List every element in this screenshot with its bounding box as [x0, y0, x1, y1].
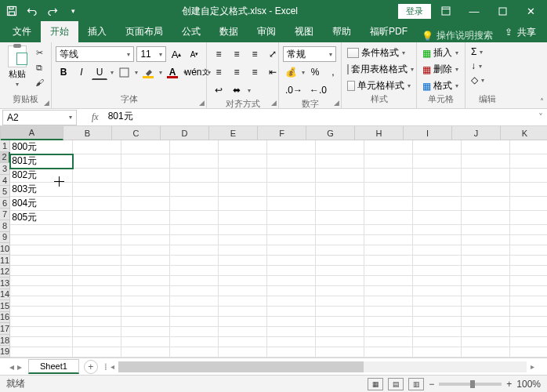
row-header[interactable]: 1: [0, 140, 10, 152]
scroll-thumb[interactable]: [118, 361, 364, 372]
cell[interactable]: [121, 276, 170, 286]
cell[interactable]: [510, 183, 547, 197]
cell[interactable]: [267, 225, 316, 235]
cell[interactable]: [364, 245, 413, 256]
cell[interactable]: [364, 266, 413, 276]
cell[interactable]: [364, 317, 413, 327]
zoom-level[interactable]: 100%: [516, 379, 541, 390]
cell[interactable]: [10, 307, 73, 317]
cell[interactable]: [219, 154, 267, 169]
column-header[interactable]: D: [161, 126, 209, 140]
cell[interactable]: [10, 235, 73, 245]
cell[interactable]: [219, 183, 267, 197]
increase-font-icon[interactable]: A▴: [168, 46, 184, 62]
horizontal-scrollbar[interactable]: ⁞ ◂ ▸: [104, 361, 538, 372]
cell[interactable]: [316, 296, 364, 307]
cell[interactable]: 802元: [10, 169, 73, 183]
cell[interactable]: [462, 276, 510, 286]
cell[interactable]: [413, 245, 462, 256]
cell[interactable]: [316, 337, 364, 347]
cell[interactable]: [219, 266, 267, 276]
cell[interactable]: [510, 235, 547, 245]
cell[interactable]: [316, 197, 364, 211]
undo-icon[interactable]: [24, 2, 41, 20]
cell[interactable]: [364, 307, 413, 317]
format-cells-button[interactable]: ▦格式▾: [421, 78, 461, 93]
copy-icon[interactable]: ⧉: [31, 60, 47, 74]
dialog-launcher-icon[interactable]: ◢: [44, 99, 49, 107]
cell[interactable]: [364, 140, 413, 154]
cell[interactable]: [364, 183, 413, 197]
cell[interactable]: [316, 183, 364, 197]
align-right-icon[interactable]: ≡: [247, 64, 263, 80]
qat-customize-icon[interactable]: ▾: [64, 2, 82, 20]
indent-decrease-icon[interactable]: ⇤: [265, 64, 281, 80]
sheet-nav-prev-icon[interactable]: ◂: [9, 361, 14, 372]
fill-color-button[interactable]: [140, 64, 156, 80]
row-header[interactable]: 7: [0, 209, 10, 220]
cell[interactable]: [510, 337, 547, 347]
cell[interactable]: [73, 235, 121, 245]
cell[interactable]: [510, 307, 547, 317]
row-header[interactable]: 12: [0, 266, 10, 278]
tab-home[interactable]: 开始: [41, 21, 78, 42]
cell[interactable]: [364, 296, 413, 307]
cell[interactable]: [121, 317, 170, 327]
dialog-launcher-icon[interactable]: ◢: [271, 99, 277, 107]
decrease-decimal-icon[interactable]: ←.0: [307, 82, 329, 98]
cell[interactable]: [364, 286, 413, 296]
column-header[interactable]: J: [452, 126, 501, 140]
cell[interactable]: [170, 245, 219, 256]
cell[interactable]: [73, 154, 121, 169]
row-header[interactable]: 14: [0, 289, 10, 301]
increase-decimal-icon[interactable]: .0→: [283, 82, 305, 98]
row-header[interactable]: 18: [0, 335, 10, 347]
cell[interactable]: [170, 154, 219, 169]
redo-icon[interactable]: [44, 2, 61, 20]
column-header[interactable]: H: [355, 126, 404, 140]
cell[interactable]: [316, 169, 364, 183]
tab-review[interactable]: 审阅: [248, 21, 285, 42]
cell[interactable]: [462, 327, 510, 337]
cell[interactable]: [316, 347, 364, 358]
cell[interactable]: [462, 235, 510, 245]
cell[interactable]: [73, 266, 121, 276]
cell[interactable]: [364, 256, 413, 266]
cell[interactable]: [121, 235, 170, 245]
row-header[interactable]: 16: [0, 312, 10, 324]
cell[interactable]: [462, 286, 510, 296]
cell[interactable]: [462, 154, 510, 169]
cell[interactable]: [121, 197, 170, 211]
cell[interactable]: [73, 327, 121, 337]
cell[interactable]: [10, 266, 73, 276]
cell[interactable]: [462, 317, 510, 327]
cell[interactable]: [510, 276, 547, 286]
font-size-select[interactable]: 11▾: [136, 46, 166, 62]
name-box[interactable]: A2▾: [2, 110, 77, 125]
cell[interactable]: [364, 169, 413, 183]
cell[interactable]: [121, 140, 170, 154]
cell[interactable]: [510, 140, 547, 154]
cut-icon[interactable]: ✂: [31, 45, 47, 60]
cell[interactable]: [510, 256, 547, 266]
tab-file[interactable]: 文件: [3, 21, 41, 42]
cell[interactable]: [364, 347, 413, 358]
zoom-slider[interactable]: [439, 383, 502, 386]
cell[interactable]: [413, 327, 462, 337]
cell[interactable]: [510, 317, 547, 327]
delete-cells-button[interactable]: ▦删除▾: [421, 62, 461, 77]
cell[interactable]: [316, 286, 364, 296]
cell[interactable]: [364, 211, 413, 225]
cell[interactable]: [121, 154, 170, 169]
cell[interactable]: [267, 256, 316, 266]
cell[interactable]: [219, 276, 267, 286]
cell[interactable]: [510, 211, 547, 225]
cell[interactable]: 805元: [10, 211, 73, 225]
autosum-button[interactable]: Σ▾: [469, 45, 505, 58]
cell[interactable]: [462, 211, 510, 225]
cell[interactable]: [267, 317, 316, 327]
cell[interactable]: [413, 154, 462, 169]
cell[interactable]: [219, 197, 267, 211]
cell[interactable]: 801元: [10, 154, 73, 169]
cell[interactable]: [73, 211, 121, 225]
